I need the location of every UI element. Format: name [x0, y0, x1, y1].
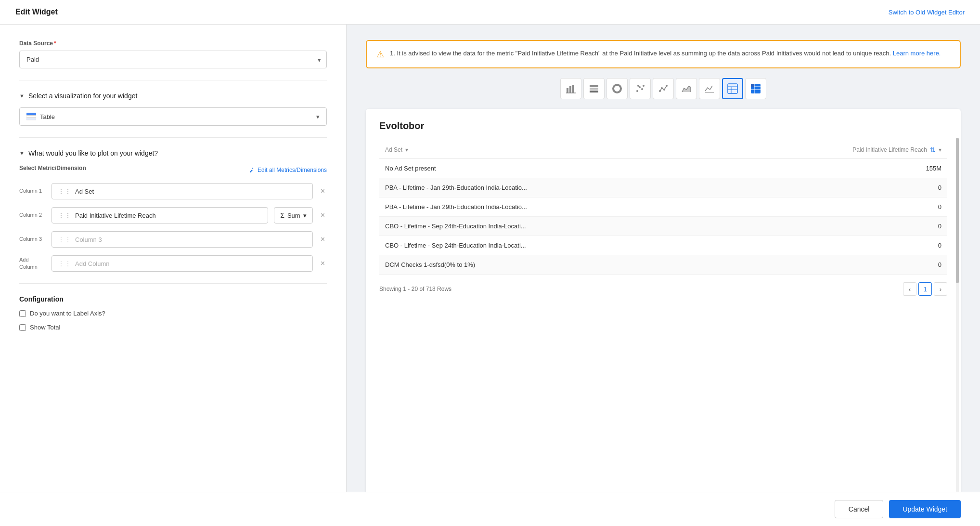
column-2-row: Column 2 ⋮⋮ Paid Initiative Lifetime Rea… — [19, 207, 327, 224]
stacked-bar-icon — [589, 83, 599, 94]
edit-metrics-link[interactable]: Edit all Metrics/Dimensions — [249, 167, 327, 173]
add-column-input[interactable]: ⋮⋮ Add Column — [52, 255, 313, 272]
chart-type-donut-button[interactable] — [606, 78, 628, 99]
table-cell-col2: 0 — [722, 197, 947, 217]
page-title: Edit Widget — [15, 8, 58, 16]
add-column-close-icon[interactable]: × — [319, 258, 327, 269]
chart-type-area-button[interactable] — [676, 78, 697, 99]
drag-handle-3-icon: ⋮⋮ — [58, 236, 71, 243]
column-1-value: Ad Set — [75, 188, 307, 195]
drag-handle-icon: ⋮⋮ — [58, 187, 71, 195]
column-1-close-icon[interactable]: × — [319, 186, 327, 197]
col1-header[interactable]: Ad Set ▾ — [379, 141, 722, 159]
plot-section-header[interactable]: ▼ What would you like to plot on your wi… — [19, 149, 327, 157]
svg-point-21 — [663, 89, 665, 91]
table-chart-icon — [727, 83, 738, 94]
chart-type-line-button[interactable] — [699, 78, 720, 99]
show-total-checkbox-row: Show Total — [19, 324, 327, 331]
pagination-controls[interactable]: ‹ 1 › — [903, 282, 947, 296]
visualization-type-dropdown[interactable]: Table ▾ — [19, 107, 327, 126]
column-2-aggregation-dropdown[interactable]: Σ Sum ▾ — [274, 207, 312, 224]
data-source-select[interactable]: Paid — [19, 51, 327, 68]
column-3-placeholder: Column 3 — [75, 236, 307, 243]
connected-scatter-icon — [658, 83, 669, 94]
warning-box: ⚠ 1. It is advised to view the data for … — [366, 40, 961, 68]
svg-rect-24 — [728, 84, 737, 93]
svg-rect-10 — [590, 88, 598, 90]
scatter-chart-icon — [635, 83, 645, 94]
chart-type-table-button[interactable] — [722, 78, 743, 99]
divider-2 — [19, 137, 327, 138]
svg-rect-4 — [26, 118, 36, 120]
switch-to-old-editor-link[interactable]: Switch to Old Widget Editor — [889, 9, 965, 16]
table-cell-col1: PBA - Lifetime - Jan 29th-Education Indi… — [379, 197, 722, 217]
show-total-label: Show Total — [30, 324, 60, 331]
scrollbar-track[interactable] — [956, 138, 959, 501]
table-vis-icon — [26, 113, 36, 120]
svg-point-18 — [637, 85, 639, 87]
table-row: DCM Checks 1-dsfsd(0% to 1%)0 — [379, 255, 947, 275]
learn-more-link[interactable]: Learn more here. — [893, 50, 941, 57]
chart-type-bar — [366, 78, 961, 99]
table-cell-col2: 0 — [722, 255, 947, 275]
chart-type-scatter-button[interactable] — [630, 78, 651, 99]
warning-message: 1. It is advised to view the data for th… — [390, 49, 941, 59]
cancel-button[interactable]: Cancel — [835, 500, 884, 518]
show-total-checkbox[interactable] — [19, 324, 26, 331]
label-axis-label: Do you want to Label Axis? — [30, 310, 105, 317]
svg-rect-6 — [569, 86, 571, 93]
col2-filter-icon: ⇅ — [930, 146, 936, 154]
data-source-dropdown[interactable]: Paid ▾ — [19, 51, 327, 68]
add-column-label: Add Column — [19, 256, 46, 271]
label-axis-checkbox[interactable] — [19, 310, 26, 317]
area-chart-icon — [681, 83, 692, 94]
scrollbar-thumb[interactable] — [956, 138, 959, 283]
column-2-close-icon[interactable]: × — [319, 210, 327, 221]
svg-point-13 — [615, 87, 619, 91]
column-1-input[interactable]: ⋮⋮ Ad Set — [52, 183, 313, 199]
prev-page-button[interactable]: ‹ — [903, 282, 916, 296]
warning-circle-icon: ⚠ — [376, 49, 384, 60]
line-chart-icon — [704, 83, 715, 94]
add-column-placeholder: Add Column — [75, 260, 307, 267]
svg-rect-9 — [590, 85, 598, 87]
svg-rect-11 — [590, 91, 598, 92]
table-cell-col1: DCM Checks 1-dsfsd(0% to 1%) — [379, 255, 722, 275]
svg-rect-2 — [26, 116, 36, 118]
pagination-row: Showing 1 - 20 of 718 Rows ‹ 1 › — [379, 282, 947, 296]
drag-handle-2-icon: ⋮⋮ — [58, 211, 71, 219]
table-row: PBA - Lifetime - Jan 29th-Education Indi… — [379, 178, 947, 197]
label-axis-checkbox-row: Do you want to Label Axis? — [19, 310, 327, 317]
visualization-section-header[interactable]: ▼ Select a visualization for your widget — [19, 92, 327, 100]
col2-header[interactable]: Paid Initiative Lifetime Reach ⇅ ▾ — [722, 141, 947, 159]
chart-type-stacked-button[interactable] — [583, 78, 605, 99]
data-source-label: Data Source* — [19, 40, 327, 47]
table-cell-col2: 0 — [722, 236, 947, 255]
column-2-label: Column 2 — [19, 211, 46, 219]
edit-icon — [249, 167, 256, 173]
column-3-close-icon[interactable]: × — [319, 234, 327, 245]
plot-section-title: What would you like to plot on your widg… — [28, 149, 158, 157]
column-1-row: Column 1 ⋮⋮ Ad Set × — [19, 183, 327, 199]
chart-type-bar-button[interactable] — [560, 78, 581, 99]
column-3-input[interactable]: ⋮⋮ Column 3 — [52, 231, 313, 248]
update-widget-button[interactable]: Update Widget — [889, 500, 961, 518]
table-cell-col2: 155M — [722, 159, 947, 178]
col2-dropdown-icon: ▾ — [939, 146, 941, 153]
table-cell-col2: 0 — [722, 178, 947, 197]
svg-point-20 — [661, 87, 663, 89]
preview-table-container: Evoltobor Ad Set ▾ — [366, 109, 961, 511]
next-page-button[interactable]: › — [934, 282, 947, 296]
vis-dropdown-arrow-icon: ▾ — [316, 113, 320, 120]
column-3-label: Column 3 — [19, 236, 46, 243]
table-cell-col1: CBO - Lifetime - Sep 24th-Education Indi… — [379, 217, 722, 236]
chart-type-pivot-button[interactable] — [745, 78, 766, 99]
column-3-row: Column 3 ⋮⋮ Column 3 × — [19, 231, 327, 248]
divider-1 — [19, 80, 327, 80]
config-title: Configuration — [19, 295, 327, 303]
chart-type-connected-scatter-button[interactable] — [653, 78, 674, 99]
column-2-agg-value: Sum — [287, 212, 300, 219]
plot-chevron-icon: ▼ — [19, 150, 25, 156]
svg-point-19 — [659, 90, 661, 92]
column-2-input[interactable]: ⋮⋮ Paid Initiative Lifetime Reach — [52, 207, 268, 224]
